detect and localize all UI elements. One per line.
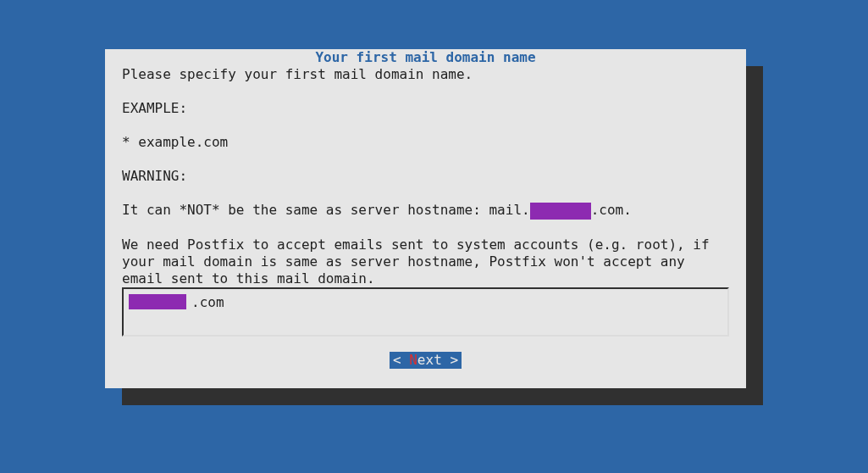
example-label: EXAMPLE: [122, 100, 187, 116]
dialog-title: Your first mail domain name [105, 49, 746, 66]
domain-input[interactable]: .com [122, 287, 729, 337]
warning-label: WARNING: [122, 168, 187, 184]
warning-line: It can *NOT* be the same as server hostn… [122, 202, 632, 218]
info-line-3: email sent to this mail domain. [122, 270, 375, 287]
config-dialog: Your first mail domain name Please speci… [105, 49, 746, 388]
intro-line: Please specify your first mail domain na… [122, 66, 473, 82]
info-line-2: your mail domain is same as server hostn… [122, 253, 685, 270]
next-hotkey: N [409, 352, 417, 368]
redaction-block-input [129, 294, 186, 309]
info-line-1: We need Postfix to accept emails sent to… [122, 236, 710, 253]
next-button[interactable]: < Next > [390, 352, 462, 369]
input-value-wrap: .com [132, 294, 224, 311]
example-value: * example.com [122, 134, 228, 150]
redaction-block [530, 203, 591, 220]
dialog-body: Please specify your first mail domain na… [105, 66, 746, 287]
button-bar: < Next > [105, 352, 746, 369]
